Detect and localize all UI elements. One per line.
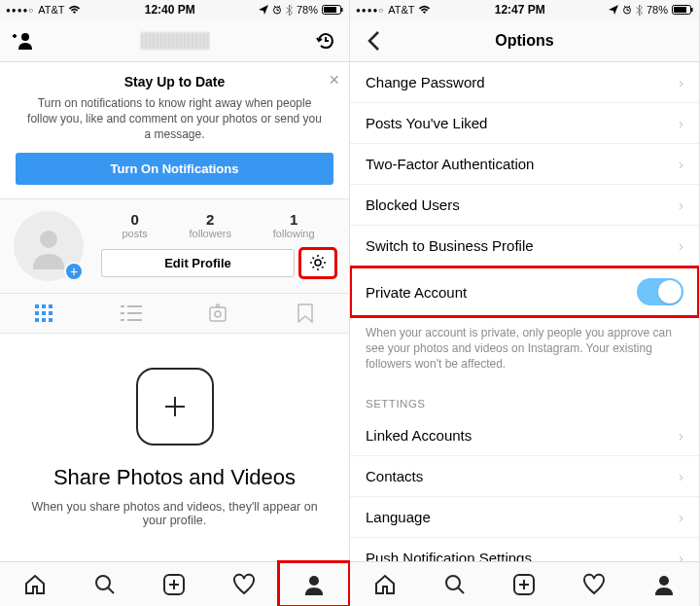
navbar: Options — [350, 19, 699, 62]
empty-state: Share Photos and Videos When you share p… — [0, 334, 349, 561]
home-tab[interactable] — [350, 562, 420, 606]
svg-rect-13 — [35, 318, 39, 322]
battery-pct: 78% — [297, 4, 318, 16]
view-tabs — [0, 294, 349, 334]
history-button[interactable] — [312, 27, 339, 54]
svg-point-17 — [215, 311, 221, 317]
carrier-label: AT&T — [388, 4, 414, 16]
row-switch-business[interactable]: Switch to Business Profile › — [350, 226, 699, 267]
row-change-password[interactable]: Change Password › — [350, 62, 699, 103]
svg-point-5 — [40, 231, 57, 248]
svg-rect-7 — [35, 304, 39, 308]
settings-gear-button[interactable] — [300, 249, 335, 277]
tagged-tab[interactable] — [175, 294, 262, 333]
location-icon — [609, 5, 618, 15]
back-button[interactable] — [360, 27, 387, 54]
chevron-right-icon: › — [679, 74, 683, 90]
row-two-factor[interactable]: Two-Factor Authentication › — [350, 144, 699, 185]
banner-title: Stay Up to Date — [16, 74, 333, 89]
status-bar: ●●●●○ AT&T 12:40 PM 78% — [0, 0, 349, 19]
alarm-icon — [272, 5, 282, 15]
activity-tab[interactable] — [209, 562, 279, 606]
svg-rect-16 — [210, 307, 226, 321]
profile-screen: ●●●●○ AT&T 12:40 PM 78% — [0, 0, 350, 606]
new-post-tab[interactable] — [490, 562, 560, 606]
private-account-toggle[interactable] — [637, 278, 683, 305]
svg-rect-14 — [42, 318, 46, 322]
add-friend-button[interactable] — [10, 27, 37, 54]
turn-on-notifications-button[interactable]: Turn On Notifications — [16, 153, 333, 185]
bluetooth-icon — [286, 5, 293, 16]
chevron-right-icon: › — [679, 115, 683, 131]
private-account-description: When your account is private, only peopl… — [350, 317, 699, 384]
banner-body: Turn on notifications to know right away… — [16, 95, 333, 143]
chevron-right-icon: › — [679, 427, 683, 444]
stat-followers[interactable]: 2 followers — [190, 211, 231, 239]
activity-tab[interactable] — [559, 562, 629, 606]
stats-row: 0 posts 2 followers 1 following — [101, 211, 335, 239]
username-title — [37, 32, 312, 50]
saved-tab[interactable] — [262, 294, 349, 333]
navbar — [0, 19, 349, 62]
new-post-tab[interactable] — [140, 562, 210, 606]
chevron-right-icon: › — [679, 237, 683, 254]
tabbar — [350, 561, 699, 606]
svg-point-18 — [217, 304, 220, 307]
add-post-icon[interactable] — [136, 368, 214, 446]
chevron-right-icon: › — [679, 156, 683, 172]
list-tab[interactable] — [88, 294, 175, 333]
gear-icon — [309, 254, 327, 271]
status-bar: ●●●●○ AT&T 12:47 PM 78% — [350, 0, 699, 19]
home-tab[interactable] — [0, 562, 70, 606]
search-tab[interactable] — [420, 562, 490, 606]
status-time: 12:47 PM — [495, 3, 545, 17]
row-blocked-users[interactable]: Blocked Users › — [350, 185, 699, 226]
row-language[interactable]: Language › — [350, 497, 699, 538]
svg-point-19 — [96, 576, 110, 589]
svg-rect-15 — [49, 318, 52, 322]
svg-point-6 — [315, 260, 321, 266]
row-posts-liked[interactable]: Posts You've Liked › — [350, 103, 699, 144]
profile-tab[interactable] — [279, 562, 349, 606]
location-icon — [259, 5, 268, 15]
bluetooth-icon — [636, 5, 643, 16]
tabbar — [0, 561, 349, 606]
chevron-right-icon: › — [679, 509, 683, 525]
svg-rect-24 — [674, 7, 686, 13]
stat-posts[interactable]: 0 posts — [122, 211, 147, 239]
svg-point-26 — [446, 576, 460, 589]
search-tab[interactable] — [70, 562, 140, 606]
close-icon[interactable]: × — [329, 70, 339, 90]
add-photo-icon[interactable]: + — [64, 262, 84, 281]
svg-rect-10 — [35, 311, 39, 315]
options-screen: ●●●●○ AT&T 12:47 PM 78% Options Change P… — [350, 0, 700, 606]
stat-following[interactable]: 1 following — [273, 211, 315, 239]
options-list: Change Password › Posts You've Liked › T… — [350, 62, 699, 561]
avatar[interactable]: + — [14, 211, 84, 281]
svg-rect-11 — [42, 311, 46, 315]
edit-profile-button[interactable]: Edit Profile — [101, 249, 295, 277]
alarm-icon — [622, 5, 632, 15]
profile-tab[interactable] — [629, 562, 699, 606]
row-push-notifications[interactable]: Push Notification Settings › — [350, 538, 699, 561]
chevron-right-icon: › — [679, 196, 683, 213]
svg-rect-25 — [691, 8, 693, 12]
svg-rect-9 — [49, 304, 52, 308]
svg-point-28 — [659, 576, 669, 586]
svg-rect-3 — [341, 8, 343, 12]
grid-tab[interactable] — [0, 294, 88, 333]
svg-rect-12 — [49, 311, 52, 315]
chevron-right-icon: › — [679, 468, 683, 484]
empty-title: Share Photos and Videos — [53, 465, 296, 490]
svg-rect-2 — [324, 7, 336, 13]
row-contacts[interactable]: Contacts › — [350, 456, 699, 497]
row-private-account[interactable]: Private Account — [350, 267, 699, 317]
notifications-banner: × Stay Up to Date Turn on notifications … — [0, 62, 349, 199]
row-linked-accounts[interactable]: Linked Accounts › — [350, 415, 699, 456]
chevron-right-icon: › — [679, 550, 683, 561]
settings-header: SETTINGS — [350, 384, 699, 415]
wifi-icon — [418, 5, 431, 15]
battery-icon — [672, 5, 693, 15]
battery-icon — [322, 5, 343, 15]
status-time: 12:40 PM — [145, 3, 195, 17]
